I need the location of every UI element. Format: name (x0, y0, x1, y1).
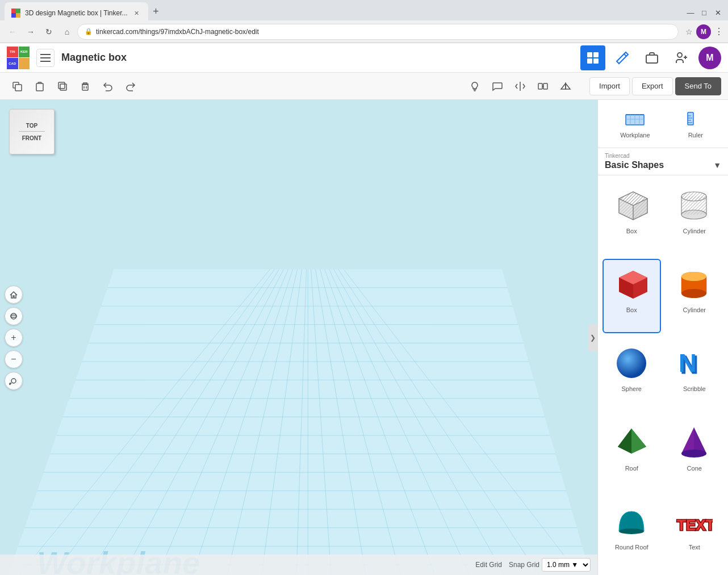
shape-label-sphere: Sphere (622, 385, 642, 392)
lock-icon: 🔒 (85, 28, 93, 35)
undo-button[interactable] (98, 76, 118, 96)
shape-item-roof[interactable]: Roof (603, 417, 661, 492)
shape-item-cylinder-hole[interactable]: Cylinder (666, 180, 724, 254)
mirror-button[interactable] (510, 76, 530, 96)
panel-collapse-button[interactable]: ❯ (588, 324, 597, 351)
viewport[interactable]: TOP FRONT (0, 100, 597, 575)
shape-label-text3d: Text (689, 544, 700, 551)
shape-label-cylinder-solid: Cylinder (683, 307, 706, 313)
dropdown-arrow-icon: ▼ (713, 161, 721, 170)
copy-button[interactable] (7, 76, 27, 96)
svg-marker-109 (618, 429, 631, 454)
svg-text:TEXT: TEXT (677, 517, 713, 534)
logo-cell-tl: TIN (7, 47, 18, 58)
redo-button[interactable] (120, 76, 141, 96)
app-content: TIN KER CAD Magnetic box (0, 43, 728, 575)
svg-rect-0 (40, 54, 51, 55)
back-button[interactable]: ← (5, 24, 20, 40)
tinkercad-logo[interactable]: TIN KER CAD (7, 47, 30, 69)
bookmark-button[interactable]: ☆ (685, 27, 693, 36)
shape-grid: Box (598, 175, 728, 575)
paste-button[interactable] (30, 76, 50, 96)
refresh-button[interactable]: ↻ (41, 24, 57, 40)
home-button[interactable]: ⌂ (59, 24, 75, 40)
new-tab-button[interactable]: + (148, 3, 164, 19)
shape-label-roof: Roof (625, 465, 638, 472)
browser-menu-button[interactable]: ⋮ (714, 26, 723, 37)
svg-line-7 (624, 54, 626, 56)
svg-rect-15 (58, 82, 65, 89)
shape-item-box-solid[interactable]: Box (603, 259, 661, 333)
address-text: tinkercad.com/things/97imdxbAChJ-magneti… (96, 28, 259, 36)
ruler-button[interactable]: Ruler (679, 107, 713, 141)
shape-icon-cone (675, 423, 714, 463)
comments-button[interactable] (487, 76, 508, 96)
snap-grid-select[interactable]: 1.0 mm ▼ 0.5 mm 2.0 mm (542, 558, 591, 572)
panel-header: Workplane Ruler (598, 100, 728, 148)
shape-item-text3d[interactable]: TEXT TEXT Text (666, 496, 724, 570)
close-browser-button[interactable]: ✕ (712, 7, 723, 18)
duplicate-button[interactable] (52, 76, 73, 96)
send-to-button[interactable]: Send To (675, 77, 721, 95)
svg-rect-8 (646, 55, 658, 63)
minimize-button[interactable]: — (685, 7, 696, 18)
address-input[interactable]: 🔒 tinkercad.com/things/97imdxbAChJ-magne… (77, 24, 679, 40)
flip-button[interactable] (555, 76, 576, 96)
shape-item-sphere[interactable]: Sphere (603, 338, 661, 412)
logo-cell-tr: KER (19, 47, 30, 58)
address-right: ☆ M ⋮ (685, 24, 723, 39)
add-user-button[interactable] (669, 45, 694, 70)
svg-point-102 (681, 289, 706, 298)
snap-grid-label: Snap Grid (509, 561, 539, 569)
shape-category[interactable]: Tinkercad Basic Shapes ▼ (598, 148, 728, 175)
svg-marker-34 (0, 269, 597, 575)
tab-close-button[interactable]: ✕ (132, 9, 141, 18)
shape-item-scribble[interactable]: N N Scribble (666, 338, 724, 412)
shape-label-box-solid: Box (626, 307, 637, 313)
shape-item-box-hole[interactable]: Box (603, 180, 661, 254)
shape-label-scribble: Scribble (683, 385, 706, 392)
tab-title: 3D design Magnetic box | Tinker... (25, 9, 128, 17)
shape-icon-box-hole (612, 186, 651, 225)
svg-rect-1 (40, 57, 51, 58)
svg-rect-77 (688, 112, 693, 125)
svg-rect-14 (60, 84, 66, 90)
hints-button[interactable] (465, 76, 485, 96)
workplane-icon (625, 109, 645, 129)
shape-item-cylinder-solid[interactable]: Cylinder (666, 259, 724, 333)
shape-icon-scribble: N N (675, 343, 714, 383)
shape-label-roundroof: Round Roof (615, 544, 648, 551)
profile-button[interactable]: M (696, 24, 711, 39)
active-tab[interactable]: 3D design Magnetic box | Tinker... ✕ (5, 2, 148, 20)
forward-button[interactable]: → (23, 24, 39, 40)
tools-button[interactable] (610, 45, 635, 70)
shape-icon-cylinder-solid (675, 265, 714, 304)
toolbar-right: M (580, 45, 721, 70)
workplane-label: Workplane (620, 132, 650, 138)
category-dropdown[interactable]: Basic Shapes ▼ (605, 160, 721, 170)
group-button[interactable] (533, 76, 553, 96)
projects-button[interactable] (639, 45, 664, 70)
bottom-bar: Edit Grid Snap Grid 1.0 mm ▼ 0.5 mm 2.0 … (0, 555, 597, 575)
delete-button[interactable] (75, 76, 95, 96)
user-avatar[interactable]: M (698, 47, 721, 69)
grid-view-button[interactable] (580, 45, 605, 70)
edit-grid-button[interactable]: Edit Grid (475, 561, 502, 569)
svg-point-9 (677, 53, 682, 57)
workplane-button[interactable]: Workplane (613, 107, 656, 141)
maximize-button[interactable]: □ (698, 7, 710, 18)
shape-item-cone[interactable]: Cone (666, 417, 724, 492)
shape-icon-cylinder-hole (675, 186, 714, 225)
shape-item-roundroof[interactable]: Round Roof (603, 496, 661, 570)
logo-cell-bl: CAD (7, 58, 18, 69)
shape-label-cylinder-hole: Cylinder (683, 228, 706, 234)
svg-rect-3 (587, 52, 592, 57)
svg-rect-2 (40, 61, 51, 62)
edit-toolbar: Import Export Send To (0, 73, 728, 100)
import-button[interactable]: Import (589, 77, 630, 95)
export-button[interactable]: Export (632, 77, 673, 95)
hamburger-menu-button[interactable] (36, 49, 55, 67)
shape-icon-text3d: TEXT TEXT (675, 502, 714, 542)
shape-icon-roundroof (612, 502, 651, 542)
shape-icon-roof (612, 423, 651, 463)
